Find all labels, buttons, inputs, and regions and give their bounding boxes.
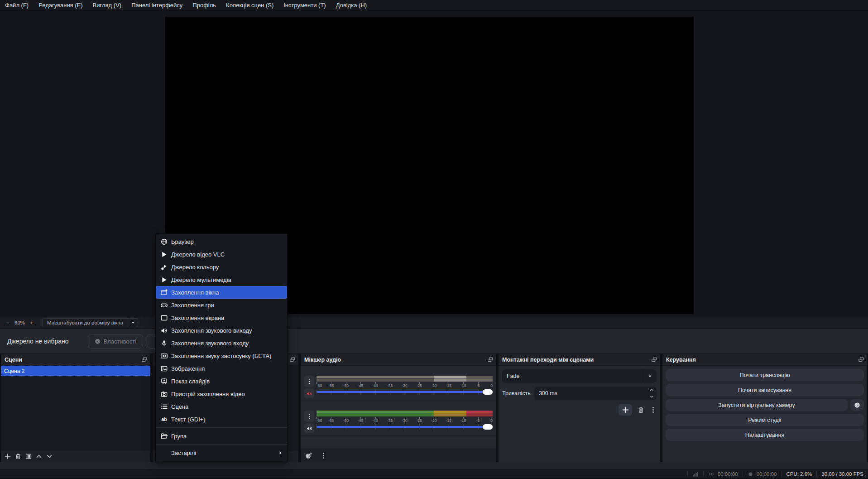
camera-icon [160, 391, 168, 397]
menu-separator [156, 427, 287, 428]
vu-meter [317, 376, 493, 378]
menu-item-label: Джерело мультимедіа [171, 276, 231, 283]
app-audio-icon [160, 353, 168, 359]
text-icon: ab [160, 416, 168, 423]
virtual-camera-settings-button[interactable] [850, 399, 864, 411]
popout-icon[interactable] [290, 357, 295, 363]
dock-area: Сцени Сцена 2 Джерела Мікшер аудіо [0, 353, 868, 462]
menu-item-1[interactable]: Джерело відео VLC [156, 248, 287, 261]
controls-panel: Керування Почати трансляціюПочати запису… [662, 354, 867, 462]
meter-tick-label: -10 [460, 418, 466, 423]
menu-item-12[interactable]: Пристрій захоплення відео [156, 387, 287, 400]
mixer-channel: -60-55-50-45-40-35-30-25-20-15-10-50 [301, 366, 496, 401]
menu-item-11[interactable]: Показ слайдів [156, 375, 287, 387]
menu-item-6[interactable]: Захоплення екрана [156, 311, 287, 324]
menubar-item-6[interactable]: Інструменти (T) [278, 0, 331, 10]
meter-tick-label: -55 [328, 383, 334, 388]
transition-select[interactable]: Fade [502, 369, 657, 383]
meter-tick-label: -25 [417, 418, 422, 423]
menu-item-7[interactable]: Захоплення звукового виходу [156, 324, 287, 337]
channel-menu-button[interactable] [304, 376, 314, 387]
menu-separator [156, 444, 287, 445]
menu-item-13[interactable]: Сцена [156, 400, 287, 413]
control-button-1[interactable]: Почати записування [666, 384, 864, 396]
scenes-filter-icon[interactable] [25, 453, 32, 460]
channel-menu-button[interactable] [304, 411, 314, 422]
transition-trash-button[interactable] [638, 406, 644, 413]
menu-item-4[interactable]: Захоплення вікна [156, 286, 287, 299]
spinner-down-icon[interactable] [647, 393, 657, 400]
popout-icon[interactable] [142, 357, 147, 363]
channel-mute-button[interactable] [304, 388, 314, 398]
menubar-item-0[interactable]: Файл (F) [0, 0, 34, 10]
menubar-item-1[interactable]: Редагування (E) [34, 0, 87, 10]
popout-icon[interactable] [858, 357, 864, 363]
fps-indicator: 30.00 / 30.00 FPS [821, 471, 863, 477]
caret-down-icon [128, 319, 138, 327]
menu-item-15[interactable]: Група [156, 430, 287, 442]
menubar-item-5[interactable]: Колекція сцен (S) [221, 0, 278, 10]
meter-tick-label: 0 [490, 418, 493, 423]
channel-mute-button[interactable] [304, 423, 314, 433]
control-button-3[interactable]: Режим студії [666, 414, 864, 426]
menubar-item-2[interactable]: Вигляд (V) [88, 0, 127, 10]
meter-tick-label: -45 [358, 418, 363, 423]
volume-slider-handle[interactable] [483, 389, 493, 395]
fit-to-window-label: Масштабувати до розміру вікна [43, 320, 128, 325]
scenes-chevron-up-icon[interactable] [36, 453, 42, 460]
meter-tick-label: -50 [343, 383, 349, 388]
play-icon [160, 276, 168, 283]
preview-zoom-toolbar: − 60% + Масштабувати до розміру вікна [0, 317, 868, 329]
transition-dots-vertical-button[interactable] [650, 406, 657, 413]
gear-icon [95, 339, 101, 344]
fit-to-window-dropdown[interactable]: Масштабувати до розміру вікна [42, 318, 138, 327]
menu-item-3[interactable]: Джерело мультимедіа [156, 273, 287, 286]
properties-button[interactable]: Властивості [88, 334, 144, 348]
menu-item-5[interactable]: Захоплення гри [156, 299, 287, 311]
transitions-body: Fade Тривалість 300 ms [499, 366, 660, 419]
menu-item-0[interactable]: Браузер [156, 235, 287, 248]
meter-tick-label: 0 [490, 383, 493, 388]
menu-item-2[interactable]: Джерело кольору [156, 261, 287, 273]
menu-item-14[interactable]: abТекст (GDI+) [156, 413, 287, 426]
control-button-0[interactable]: Почати трансляцію [666, 369, 864, 381]
meter-tick-label: -30 [402, 383, 407, 388]
scenes-trash-icon[interactable] [15, 453, 21, 460]
menubar-item-7[interactable]: Довідка (H) [331, 0, 372, 10]
duration-spinner[interactable]: 300 ms [534, 387, 657, 400]
gear-advanced-icon[interactable] [305, 452, 312, 459]
control-button-4[interactable]: Налаштування [666, 429, 864, 441]
volume-slider-handle[interactable] [483, 424, 493, 430]
transitions-panel-title: Монтажні переходи між сценами [502, 357, 594, 363]
menubar-item-4[interactable]: Профіль [187, 0, 221, 10]
scene-item[interactable]: Сцена 2 [1, 366, 150, 376]
menu-item-label: Захоплення звуку застосунку (БЕТА) [171, 353, 271, 359]
volume-slider[interactable] [317, 389, 493, 395]
zoom-in-button[interactable]: + [28, 319, 36, 327]
meter-tick-label: -45 [358, 383, 363, 388]
popout-icon[interactable] [652, 357, 657, 363]
transitions-panel: Монтажні переходи між сценами Fade Трива… [499, 354, 660, 462]
play-icon [160, 251, 168, 258]
menubar-item-3[interactable]: Панелі інтерфейсу [126, 0, 187, 10]
scenes-plus-icon[interactable] [5, 453, 11, 460]
cpu-usage: CPU: 2.6% [786, 471, 812, 477]
transition-plus-button[interactable] [619, 404, 632, 416]
vu-meter [317, 411, 493, 413]
scene-list: Сцена 2 [1, 366, 150, 450]
dots-vertical-icon[interactable] [320, 452, 327, 459]
meter-tick-label: -60 [317, 418, 322, 423]
meter-tick-label: -10 [460, 383, 466, 388]
zoom-out-button[interactable]: − [4, 319, 12, 327]
menu-item-10[interactable]: Зображення [156, 362, 287, 375]
popout-icon[interactable] [488, 357, 493, 363]
spinner-up-icon[interactable] [647, 387, 657, 393]
menu-item-9[interactable]: Захоплення звуку застосунку (БЕТА) [156, 349, 287, 362]
menu-item-8[interactable]: Захоплення звукового входу [156, 337, 287, 349]
scenes-chevron-down-icon[interactable] [46, 453, 53, 460]
menu-item-16[interactable]: Застарілі [156, 446, 287, 459]
arrow-right-icon [278, 450, 283, 455]
gamepad-icon [160, 302, 168, 309]
volume-slider[interactable] [317, 424, 493, 430]
control-button-2[interactable]: Запустити віртуальну камеру [666, 399, 848, 411]
